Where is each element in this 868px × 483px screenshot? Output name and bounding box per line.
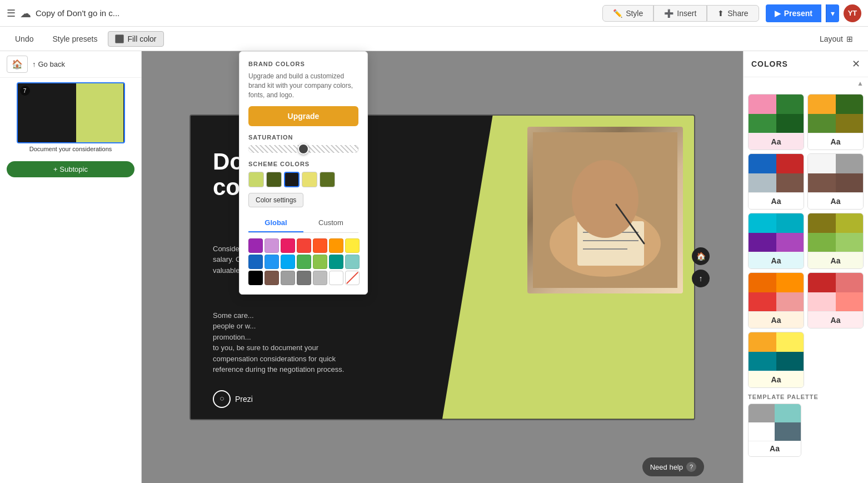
slide-thumbnail-container: 7 Document your considerations [0, 78, 141, 157]
global-tab[interactable]: Global [248, 214, 303, 232]
color-swatch[interactable] [248, 255, 263, 269]
close-panel-button[interactable]: ✕ [852, 58, 860, 70]
color-swatch[interactable] [281, 271, 295, 285]
scheme-swatch[interactable] [248, 172, 264, 187]
right-panel-header: COLORS ✕ [744, 51, 868, 77]
slide-thumbnail[interactable]: 7 [17, 82, 125, 143]
color-swatch[interactable] [248, 271, 263, 285]
scheme-swatches [248, 172, 358, 187]
palette-item[interactable]: Aa [807, 213, 864, 269]
color-swatch[interactable] [281, 238, 295, 253]
color-swatch[interactable] [313, 271, 327, 285]
hamburger-icon[interactable]: ☰ [7, 7, 16, 19]
color-swatch[interactable] [265, 238, 279, 253]
color-swatch[interactable] [297, 271, 311, 285]
cloud-icon: ☁ [20, 7, 31, 20]
prezi-logo: ⬡ Prezi [213, 390, 253, 408]
slide-number-badge: 7 [20, 86, 30, 96]
goback-icon: ↑ [32, 60, 36, 68]
insert-tab[interactable]: ➕ Insert [654, 5, 707, 22]
slider-thumb [298, 143, 309, 155]
palette-item[interactable]: Aa [748, 272, 804, 328]
palette-item[interactable]: Aa [807, 153, 864, 210]
home-button[interactable]: 🏠 [7, 56, 28, 73]
color-swatch[interactable] [345, 238, 360, 253]
palette-aa: Aa [831, 316, 841, 325]
need-help-button[interactable]: Need help ? [642, 457, 704, 476]
main-layout: 🏠 ↑ Go back 7 Document your consideratio… [0, 51, 868, 483]
saturation-slider[interactable] [248, 145, 358, 153]
topbar-left: ☰ ☁ Copy of Don't go in c... [7, 7, 596, 20]
layout-button[interactable]: Layout ⊞ [811, 31, 861, 47]
color-swatch[interactable] [265, 255, 279, 269]
doc-title: Copy of Don't go in c... [36, 8, 119, 18]
scheme-swatch-selected[interactable] [284, 172, 300, 187]
upgrade-button[interactable]: Upgrade [248, 106, 358, 126]
palette-aa: Aa [771, 316, 781, 325]
palette-aa: Aa [771, 256, 781, 265]
scheme-swatch[interactable] [302, 172, 317, 187]
color-swatch[interactable] [329, 238, 343, 253]
add-subtopic-button[interactable]: + Subtopic [7, 161, 134, 177]
help-icon: ? [686, 462, 696, 472]
nav-icon-2[interactable]: ↑ [692, 270, 710, 287]
insert-icon: ➕ [664, 9, 674, 18]
color-swatch[interactable] [265, 271, 279, 285]
left-panel: 🏠 ↑ Go back 7 Document your consideratio… [0, 51, 142, 483]
play-icon: ▶ [775, 9, 781, 18]
color-swatch[interactable] [345, 255, 360, 269]
color-swatch[interactable] [313, 255, 327, 269]
palette-item[interactable]: Aa [748, 332, 804, 388]
scheme-swatch[interactable] [320, 172, 335, 187]
right-panel-title: COLORS [751, 59, 788, 68]
slide-image [527, 127, 683, 293]
color-tabs: Global Custom [248, 214, 358, 233]
undo-button[interactable]: Undo [7, 31, 42, 47]
toolbar2: Undo Style presets Fill color Layout ⊞ [0, 27, 868, 51]
slide-body-text-2: Some care...people or w...promotion...to… [213, 310, 344, 375]
fill-color-button[interactable]: Fill color [108, 31, 163, 47]
palette-aa: Aa [831, 137, 841, 146]
present-dropdown-button[interactable]: ▾ [826, 4, 839, 22]
slider-track [248, 145, 358, 153]
color-swatch[interactable] [297, 255, 311, 269]
color-swatch-none[interactable] [345, 271, 360, 285]
color-swatch[interactable] [248, 238, 263, 253]
svg-point-6 [572, 160, 638, 238]
template-palette-item[interactable]: Aa [748, 404, 801, 457]
palette-item[interactable]: Aa [807, 272, 864, 328]
color-swatch-white[interactable] [329, 271, 343, 285]
color-swatch[interactable] [297, 238, 311, 253]
palette-item[interactable]: Aa [748, 213, 804, 269]
scheme-swatch[interactable] [266, 172, 282, 187]
topbar: ☰ ☁ Copy of Don't go in c... ✏️ Style ➕ … [0, 0, 868, 27]
right-panel: COLORS ✕ ▲ Aa [743, 51, 868, 483]
palette-item[interactable]: Aa [748, 94, 804, 150]
present-button[interactable]: ▶ Present [766, 4, 821, 22]
color-swatch[interactable] [329, 255, 343, 269]
saturation-label: SATURATION [248, 134, 358, 141]
canvas-area: Docuconsi... Consider c...salary. Crea..… [142, 51, 743, 483]
goback-button[interactable]: ↑ Go back [32, 60, 65, 68]
color-swatch[interactable] [281, 255, 295, 269]
share-tab[interactable]: ⬆ Share [707, 5, 759, 22]
custom-tab[interactable]: Custom [303, 214, 358, 232]
fill-color-dropdown: BRAND COLORS Upgrade and build a customi… [239, 51, 368, 295]
color-settings-button[interactable]: Color settings [248, 193, 303, 207]
home-nav-icon[interactable]: 🏠 [692, 247, 710, 265]
share-icon: ⬆ [717, 9, 724, 18]
palette-item[interactable]: Aa [807, 94, 864, 150]
palette-aa: Aa [771, 375, 781, 384]
brand-colors-title: BRAND COLORS [248, 61, 358, 67]
template-palette-label: TEMPLATE PALETTE [748, 394, 864, 400]
fill-color-indicator [115, 34, 124, 43]
style-presets-button[interactable]: Style presets [44, 31, 106, 47]
palette-item[interactable]: Aa [748, 153, 804, 210]
prezi-logo-circle: ⬡ [213, 390, 231, 408]
color-swatch[interactable] [313, 238, 327, 253]
palette-aa: Aa [771, 197, 781, 206]
scroll-up-icon[interactable]: ▲ [857, 79, 864, 87]
style-tab[interactable]: ✏️ Style [602, 5, 654, 22]
color-grid [248, 238, 358, 285]
palette-aa: Aa [771, 137, 781, 146]
